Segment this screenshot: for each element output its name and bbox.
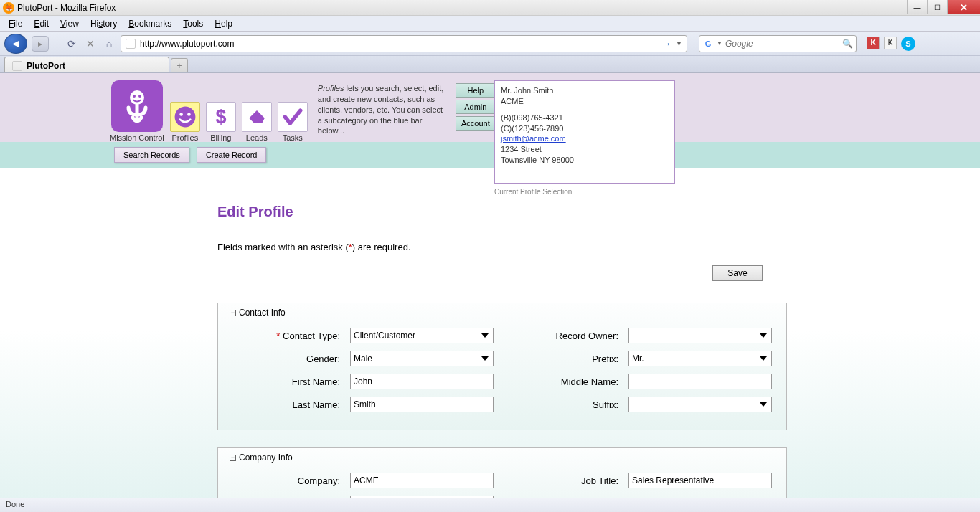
menubar: File Edit View History Bookmarks Tools H… bbox=[0, 16, 980, 32]
menu-bookmarks[interactable]: Bookmarks bbox=[123, 17, 177, 30]
tab-plutoport[interactable]: PlutoPort bbox=[4, 57, 169, 72]
svg-point-4 bbox=[174, 107, 195, 128]
nav-tasks[interactable]: Tasks bbox=[278, 102, 308, 142]
window-titlebar: 🦊 PlutoPort - Mozilla Firefox — ☐ ✕ bbox=[0, 0, 980, 16]
label-suffix: Suffix: bbox=[504, 399, 618, 410]
collapse-icon[interactable]: − bbox=[230, 455, 236, 461]
nav-profiles[interactable]: Profiles bbox=[170, 102, 200, 142]
label-record-owner: Record Owner: bbox=[504, 331, 618, 341]
profile-street: 1234 Street bbox=[501, 144, 669, 155]
help-button[interactable]: Help bbox=[456, 83, 496, 98]
nav-leads[interactable]: Leads bbox=[242, 102, 272, 142]
company-info-legend[interactable]: −Company Info bbox=[230, 452, 293, 463]
search-engine-dropdown-icon[interactable]: ▼ bbox=[717, 40, 722, 47]
firefox-icon: 🦊 bbox=[3, 2, 14, 14]
menu-edit[interactable]: Edit bbox=[28, 17, 55, 30]
svg-point-6 bbox=[187, 113, 191, 116]
svg-point-1 bbox=[130, 90, 144, 105]
close-button[interactable]: ✕ bbox=[947, 0, 980, 14]
profile-name: Mr. John Smith bbox=[501, 85, 669, 96]
search-box[interactable]: G ▼ 🔍 bbox=[699, 35, 857, 52]
input-first-name[interactable] bbox=[350, 374, 494, 389]
page-identity-icon bbox=[126, 39, 136, 49]
google-icon: G bbox=[702, 38, 714, 49]
admin-button[interactable]: Admin bbox=[456, 100, 496, 114]
create-record-button[interactable]: Create Record bbox=[197, 147, 267, 163]
input-last-name[interactable] bbox=[350, 397, 494, 412]
content-area: Mission Control Profiles $ bbox=[0, 73, 980, 498]
svg-point-2 bbox=[133, 95, 136, 98]
select-contact-type[interactable]: Client/Customer bbox=[350, 328, 494, 343]
skype-icon[interactable]: S bbox=[901, 37, 915, 51]
select-record-owner[interactable] bbox=[628, 328, 772, 343]
addon-k-icon[interactable]: K bbox=[884, 37, 897, 49]
go-arrow-icon[interactable]: → bbox=[661, 38, 672, 49]
contact-info-legend[interactable]: −Contact Info bbox=[230, 308, 286, 318]
menu-help[interactable]: Help bbox=[209, 17, 238, 30]
profile-phone-c: (C)(123)456-7890 bbox=[501, 123, 669, 134]
tab-label: PlutoPort bbox=[27, 61, 65, 71]
profile-company: ACME bbox=[501, 96, 669, 107]
profile-selection-label: Current Profile Selection bbox=[494, 188, 572, 196]
search-records-button[interactable]: Search Records bbox=[114, 147, 189, 163]
label-middle-name: Middle Name: bbox=[504, 376, 618, 387]
input-middle-name[interactable] bbox=[628, 374, 772, 389]
url-bar[interactable]: → ▼ bbox=[121, 35, 687, 52]
label-contact-type: * Contact Type: bbox=[232, 331, 340, 341]
required-note: Fields marked with an asterisk (*) are r… bbox=[217, 242, 763, 252]
page-title: Edit Profile bbox=[217, 204, 763, 220]
label-job-title: Job Title: bbox=[504, 475, 618, 486]
nav-tasks-label: Tasks bbox=[283, 133, 303, 142]
account-button[interactable]: Account bbox=[456, 116, 496, 131]
menu-history[interactable]: History bbox=[85, 17, 123, 30]
svg-point-3 bbox=[138, 95, 141, 98]
menu-tools[interactable]: Tools bbox=[177, 17, 209, 30]
input-web-site[interactable] bbox=[350, 496, 494, 498]
select-gender[interactable]: Male bbox=[350, 351, 494, 366]
reload-button[interactable]: ⟳ bbox=[65, 37, 79, 51]
select-prefix[interactable]: Mr. bbox=[628, 351, 772, 366]
profile-email-link[interactable]: jsmith@acme.com bbox=[501, 134, 566, 143]
profile-phone-b: (B)(098)765-4321 bbox=[501, 113, 669, 123]
menu-view[interactable]: View bbox=[55, 17, 85, 30]
label-first-name: First Name: bbox=[232, 376, 340, 387]
home-button[interactable]: ⌂ bbox=[102, 37, 116, 51]
nav-toolbar: ◄ ▸ ⟳ ✕ ⌂ → ▼ G ▼ 🔍 K K S bbox=[0, 32, 980, 56]
save-button[interactable]: Save bbox=[712, 265, 763, 281]
nav-leads-label: Leads bbox=[246, 133, 268, 142]
app-header: Mission Control Profiles $ bbox=[0, 73, 980, 142]
nav-mission-label: Mission Control bbox=[110, 133, 164, 142]
nav-mission-control[interactable]: Mission Control bbox=[110, 80, 164, 142]
search-input[interactable] bbox=[725, 39, 839, 49]
nav-billing-label: Billing bbox=[210, 133, 231, 142]
input-company[interactable] bbox=[350, 473, 494, 488]
fieldset-contact-info: −Contact Info * Contact Type: Client/Cus… bbox=[217, 303, 787, 430]
input-job-title[interactable] bbox=[628, 473, 772, 488]
header-help-text: Profiles lets you search, select, edit, … bbox=[318, 83, 447, 136]
label-last-name: Last Name: bbox=[232, 399, 340, 410]
tab-favicon bbox=[12, 61, 22, 71]
stop-button[interactable]: ✕ bbox=[83, 37, 98, 51]
nav-profiles-label: Profiles bbox=[171, 133, 198, 142]
subheader-bar: Search Records Create Record bbox=[0, 142, 980, 168]
nav-billing[interactable]: $ Billing bbox=[206, 102, 236, 142]
tab-bar: PlutoPort + bbox=[0, 56, 980, 73]
kaspersky-icon[interactable]: K bbox=[867, 37, 880, 49]
current-profile-card: Mr. John Smith ACME (B)(098)765-4321 (C)… bbox=[494, 80, 675, 184]
url-dropdown-icon[interactable]: ▼ bbox=[676, 40, 682, 47]
maximize-button[interactable]: ☐ bbox=[927, 0, 947, 14]
collapse-icon[interactable]: − bbox=[230, 310, 236, 316]
minimize-button[interactable]: — bbox=[907, 0, 927, 14]
search-icon[interactable]: 🔍 bbox=[842, 39, 853, 49]
back-button[interactable]: ◄ bbox=[4, 34, 27, 54]
main-content: Edit Profile Fields marked with an aster… bbox=[0, 168, 980, 498]
label-company: Company: bbox=[232, 475, 340, 486]
select-suffix[interactable] bbox=[628, 397, 772, 412]
fieldset-company-info: −Company Info Company: Job Title: Web Si… bbox=[217, 447, 787, 498]
svg-point-5 bbox=[179, 113, 183, 116]
label-gender: Gender: bbox=[232, 354, 340, 364]
menu-file[interactable]: File bbox=[3, 17, 28, 30]
new-tab-button[interactable]: + bbox=[171, 58, 188, 72]
forward-button[interactable]: ▸ bbox=[32, 36, 49, 52]
url-input[interactable] bbox=[140, 39, 657, 49]
